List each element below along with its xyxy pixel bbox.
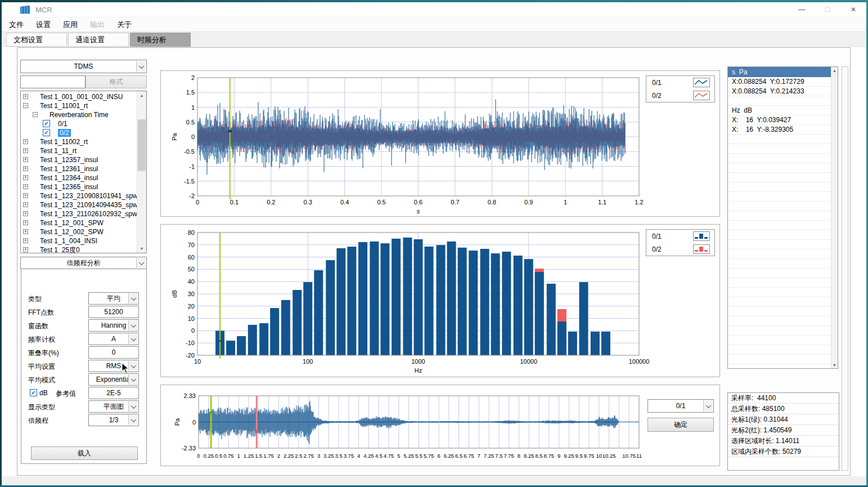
chevron-down-icon[interactable] <box>128 320 138 330</box>
channel-select[interactable]: 0/1 <box>647 399 714 413</box>
svg-text:0: 0 <box>196 199 199 205</box>
readout-header: s Pa <box>728 67 831 77</box>
right-scroll-strip[interactable] <box>842 66 848 471</box>
chevron-down-icon[interactable] <box>136 61 146 72</box>
form-input-重叠率(%)[interactable]: 0 <box>88 346 139 359</box>
expand-icon[interactable]: + <box>23 238 28 243</box>
search-input[interactable] <box>20 75 86 88</box>
tree-item[interactable]: +Test 1_123_211026102932_spw <box>21 209 137 218</box>
expand-icon[interactable]: + <box>23 175 28 180</box>
tree-item[interactable]: +Test 1_12_001_SPW <box>21 218 137 227</box>
tree-item[interactable]: +Test 1_123_210908101941_spw <box>21 191 137 200</box>
expand-icon[interactable]: + <box>23 220 28 225</box>
confirm-button[interactable]: 确定 <box>647 418 714 432</box>
format-button[interactable]: 格式 <box>86 75 147 88</box>
tree-item[interactable]: +Test 1_12365_insul <box>21 182 137 191</box>
db-checkbox[interactable]: ✔ <box>30 389 37 396</box>
tree-item[interactable]: +Test 1_11002_rt <box>21 137 137 146</box>
scroll-up-icon[interactable]: ▲ <box>137 91 146 100</box>
tree-item[interactable]: +Test 1_25度0 <box>21 245 137 253</box>
tab-时频分析[interactable]: 时频分析 <box>130 33 191 47</box>
menu-item-应用[interactable]: 应用 <box>57 20 84 30</box>
tree-item[interactable]: +Test 1_12364_insul <box>21 173 137 182</box>
tree-item[interactable]: +Test 1_12357_insul <box>21 155 137 164</box>
tree-item[interactable]: ✔0/2 <box>21 128 137 137</box>
minimize-button[interactable]: — <box>789 2 815 17</box>
collapse-icon[interactable]: − <box>23 103 28 108</box>
load-button[interactable]: 载入 <box>31 446 138 460</box>
menu-item-文件[interactable]: 文件 <box>3 20 30 30</box>
form-input-FFT点数[interactable]: 51200 <box>88 306 139 318</box>
tree-item[interactable]: +Test 1_123_210914094435_spw <box>21 200 137 209</box>
expand-icon[interactable]: + <box>23 139 28 144</box>
chevron-down-icon[interactable] <box>128 293 138 303</box>
form-select-类型[interactable]: 平均 <box>88 292 139 305</box>
svg-text:1: 1 <box>237 453 240 459</box>
menu-item-输出[interactable]: 输出 <box>84 20 111 30</box>
tree-item-label: Test 1_11_rt <box>40 147 77 155</box>
expand-icon[interactable]: + <box>23 166 28 171</box>
tree-item[interactable]: +Test 1_11_rt <box>21 146 137 155</box>
form-select-频率计权[interactable]: A <box>88 333 139 345</box>
scroll-up-icon[interactable]: ▲ <box>831 67 838 74</box>
chevron-down-icon[interactable] <box>128 334 138 344</box>
time-waveform-chart[interactable]: 21.510.50-0.5-1-1.5-200.10.20.30.40.50.6… <box>161 71 719 219</box>
expand-icon[interactable]: + <box>23 148 28 153</box>
tree-item[interactable]: +Test 1_1_004_INSI <box>21 236 137 245</box>
tree-item[interactable]: +Test 1_001_001_002_INSU <box>21 92 137 101</box>
readout-scrollbar[interactable]: ▲ ▼ <box>831 67 838 368</box>
tree-scrollbar-thumb[interactable] <box>138 119 146 171</box>
file-format-select[interactable]: TDMS <box>20 60 147 73</box>
close-button[interactable]: ✕ <box>840 2 866 17</box>
scroll-down-icon[interactable]: ▼ <box>137 244 146 253</box>
tab-通道设置[interactable]: 通道设置 <box>68 33 129 47</box>
chevron-down-icon[interactable] <box>128 361 138 371</box>
chevron-down-icon[interactable] <box>128 401 138 412</box>
expand-icon[interactable]: + <box>23 202 28 207</box>
form-select-频率计权-value: A <box>111 335 116 343</box>
tree-item[interactable]: −Test 1_11001_rt <box>21 101 137 110</box>
form-label-显示类型: 显示类型 <box>28 403 55 412</box>
expand-icon[interactable]: + <box>23 211 28 216</box>
tree-item[interactable]: +Test 1_12361_insul <box>21 164 137 173</box>
tab-文档设置[interactable]: 文档设置 <box>6 33 67 47</box>
tree-item[interactable]: −Reverberation Time <box>21 110 137 119</box>
full-signal-chart[interactable]: 2.330-2.3300.250.50.7511.251.51.7522.252… <box>161 385 719 468</box>
collapse-icon[interactable]: − <box>33 112 38 117</box>
form-select-显示类型[interactable]: 平面图 <box>88 400 139 413</box>
bar-0-1 <box>535 272 544 355</box>
svg-text:0: 0 <box>191 327 195 334</box>
form-select-平均设置[interactable]: RMS <box>88 360 139 372</box>
svg-text:2: 2 <box>191 74 195 81</box>
checkbox-checked-icon[interactable]: ✔ <box>43 129 50 136</box>
chevron-down-icon[interactable] <box>128 374 138 385</box>
checkbox-checked-icon[interactable]: ✔ <box>43 120 50 127</box>
menu-item-关于[interactable]: 关于 <box>111 20 138 30</box>
tree-item[interactable]: +Test 1_12_002_SPW <box>21 227 137 236</box>
expand-icon[interactable]: + <box>23 229 28 234</box>
bar-0-1 <box>437 245 446 355</box>
form-select-倍频程[interactable]: 1/3 <box>88 414 139 426</box>
chevron-down-icon[interactable] <box>703 400 713 412</box>
analysis-type-select[interactable]: 倍频程分析 <box>20 257 147 269</box>
tree-item[interactable]: ✔0/1 <box>21 119 137 128</box>
svg-text:6.75: 6.75 <box>464 453 474 459</box>
svg-text:9: 9 <box>557 453 560 459</box>
form-select-窗函数[interactable]: Hanning <box>88 319 139 332</box>
expand-icon[interactable]: + <box>23 184 28 189</box>
menu-item-设置[interactable]: 设置 <box>30 20 57 30</box>
scroll-down-icon[interactable]: ▼ <box>831 361 838 368</box>
expand-icon[interactable]: + <box>23 94 28 99</box>
expand-icon[interactable]: + <box>23 247 28 252</box>
tree-scrollbar[interactable]: ▲ ▼ <box>137 91 146 253</box>
maximize-button[interactable]: ☐ <box>815 2 840 17</box>
chevron-down-icon[interactable] <box>136 258 146 268</box>
expand-icon[interactable]: + <box>23 157 28 162</box>
chevron-down-icon[interactable] <box>128 415 138 425</box>
svg-text:20: 20 <box>188 303 195 310</box>
tree-item-label: Test 1_123_210908101941_spw <box>40 192 137 200</box>
octave-spectrum-chart[interactable]: 80706050403020100-10-2010100100010000100… <box>161 225 719 379</box>
form-select-平均模式[interactable]: Exponential <box>88 373 139 386</box>
reference-value-input[interactable]: 2E-5 <box>88 387 139 399</box>
expand-icon[interactable]: + <box>23 193 28 198</box>
